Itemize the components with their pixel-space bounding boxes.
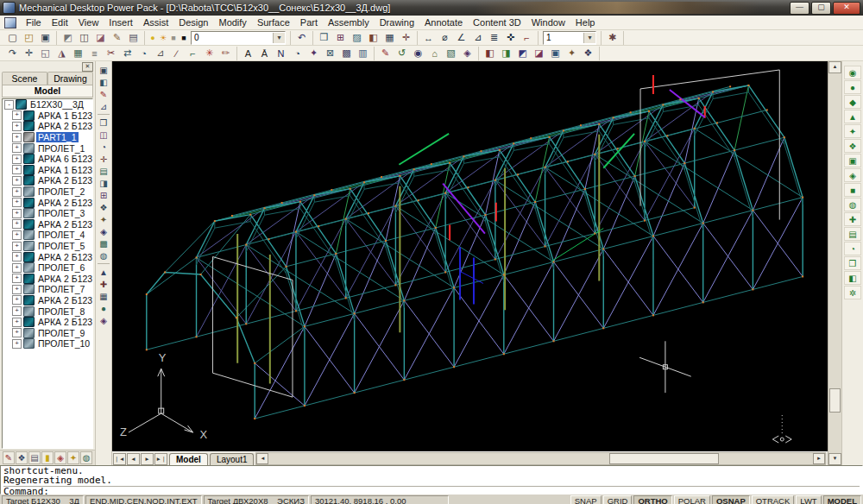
join-icon[interactable]: ⌐ (185, 46, 201, 60)
profile-dim-icon[interactable]: ⊿ (97, 100, 110, 112)
expand-box-icon[interactable]: + (12, 219, 22, 229)
holes-icon[interactable]: ▲ (844, 110, 861, 123)
spell-icon[interactable]: N (273, 46, 289, 60)
mass-props-icon[interactable]: ▲ (97, 266, 110, 278)
loft-icon[interactable]: ◪ (531, 46, 547, 60)
tree-item-14[interactable]: +ПРОЛЕТ_6 (3, 262, 92, 274)
tree-root[interactable]: -Б12X30__3Д (3, 99, 92, 110)
tree-item-5[interactable]: +АРКА 1 Б1230_2 (3, 165, 92, 176)
shell-icon[interactable]: ▣ (547, 46, 564, 60)
vertical-scroll-thumb[interactable] (829, 388, 841, 413)
sketch-icon[interactable]: ✎ (377, 46, 394, 60)
tree-item-2[interactable]: +PART1_1 (3, 132, 92, 143)
dim-angular-icon[interactable]: ∠ (453, 30, 469, 45)
new-file-icon[interactable]: ▢ (4, 30, 21, 45)
browser-close-icon[interactable]: ✕ (82, 62, 93, 72)
menu-item-surface[interactable]: Surface (252, 16, 295, 28)
dim-center-icon[interactable]: ✜ (502, 30, 519, 45)
work-point-icon[interactable]: ▩ (97, 237, 110, 249)
expand-box-icon[interactable]: + (12, 165, 22, 174)
belts-icon[interactable]: ■ (844, 183, 861, 197)
tree-item-13[interactable]: +АРКА 2 Б1230_6 (3, 251, 92, 262)
expand-box-icon[interactable]: + (12, 295, 22, 305)
hole-icon[interactable]: ✛ (97, 153, 110, 165)
table-driven-icon[interactable]: ▦ (97, 290, 110, 302)
screw-connection-icon[interactable]: ◆ (844, 95, 861, 109)
menu-item-help[interactable]: Help (570, 16, 601, 28)
springs-icon[interactable]: ▣ (844, 154, 861, 167)
combine-icon[interactable]: ✦ (564, 46, 580, 60)
copy-icon[interactable]: ◫ (76, 30, 92, 45)
menu-item-annotate[interactable]: Annotate (419, 16, 468, 28)
zoom-realtime-icon[interactable]: ◔ (289, 46, 306, 60)
tab-nav-first-icon[interactable]: ❘◄ (113, 453, 126, 465)
expand-box-icon[interactable]: + (12, 328, 22, 337)
tab-model[interactable]: Model (2, 85, 93, 98)
tree-item-20[interactable]: +ПРОЛЕТ_9 (3, 327, 92, 338)
paste-icon[interactable]: ◪ (92, 30, 109, 45)
dimension-2d-icon[interactable]: ◈ (459, 46, 476, 60)
expand-box-icon[interactable]: + (12, 318, 22, 327)
tree-item-0[interactable]: +АРКА 1 Б1230_1 (3, 110, 92, 122)
revolve-icon[interactable]: ◨ (498, 46, 514, 60)
expand-box-icon[interactable]: + (12, 274, 22, 283)
menu-item-view[interactable]: View (73, 16, 104, 28)
expand-box-icon[interactable]: + (12, 133, 22, 142)
zoom-window-icon[interactable]: ✦ (306, 46, 322, 60)
minimize-button[interactable]: — (790, 2, 809, 15)
drawing-viewport[interactable]: XYZ (112, 61, 828, 451)
dim-chamfer-icon[interactable]: ⊿ (469, 30, 486, 45)
tab-nav-next-icon[interactable]: ► (141, 453, 154, 465)
fea-icon[interactable]: ❖ (844, 139, 861, 153)
collapse-box-icon[interactable]: - (4, 100, 14, 110)
expand-box-icon[interactable]: + (12, 306, 22, 316)
save-icon[interactable]: ▣ (37, 30, 54, 45)
expand-box-icon[interactable]: + (12, 198, 22, 207)
expand-box-icon[interactable]: + (12, 154, 22, 164)
update-icon[interactable]: ◈ (54, 451, 66, 464)
highlight-icon[interactable]: ✦ (67, 451, 79, 464)
menu-item-drawing[interactable]: Drawing (375, 16, 419, 28)
constrain-icon[interactable]: ◉ (410, 46, 426, 60)
copy-feature-icon[interactable]: ◫ (97, 129, 110, 141)
tree-item-16[interactable]: +ПРОЛЕТ_7 (3, 284, 92, 295)
horizontal-scroll-thumb[interactable] (609, 453, 719, 464)
layer-combo[interactable]: 0▾ (191, 31, 286, 45)
toggle-grid[interactable]: GRID (603, 495, 633, 504)
tab-layout1[interactable]: Layout1 (210, 453, 255, 465)
expand-box-icon[interactable]: + (12, 339, 22, 349)
tree-item-8[interactable]: +АРКА 2 Б1230_3 (3, 197, 92, 208)
tree-item-1[interactable]: +АРКА 2 Б1230_1 (3, 121, 92, 132)
edit-icon[interactable]: ✎ (3, 451, 15, 464)
scroll-left-icon[interactable]: ◄ (256, 453, 268, 464)
split-icon[interactable]: ❖ (97, 201, 110, 213)
chains-icon[interactable]: ◈ (844, 168, 861, 182)
tab-nav-prev-icon[interactable]: ◄ (127, 453, 140, 465)
library-icon[interactable]: ◔ (844, 242, 861, 255)
menu-item-edit[interactable]: Edit (47, 16, 73, 28)
render-icon[interactable]: ◩ (60, 30, 76, 45)
scroll-up-icon[interactable]: ▲ (828, 61, 841, 73)
clipboard-icon[interactable]: ▤ (28, 451, 41, 464)
layer-lock-icon[interactable]: ■ (168, 32, 179, 43)
expand-box-icon[interactable]: + (12, 285, 22, 294)
tree-item-4[interactable]: +АРКА 6 Б1230_1 (3, 154, 92, 165)
tab-nav-last-icon[interactable]: ►❘ (154, 453, 167, 465)
erase-icon[interactable]: ✏ (217, 46, 234, 60)
balloon-icon[interactable]: ▤ (844, 227, 861, 241)
mirror-icon[interactable]: ◮ (54, 46, 70, 60)
menu-item-assist[interactable]: Assist (138, 16, 173, 28)
toggle-snap[interactable]: SNAP (570, 495, 602, 504)
text-icon[interactable]: A (240, 46, 256, 60)
update-part-icon[interactable]: ◍ (97, 249, 110, 261)
extrude-icon[interactable]: ◧ (482, 46, 498, 60)
new-part-icon[interactable]: ▣ (97, 64, 110, 76)
desktop-visibility-icon[interactable]: ◍ (80, 451, 92, 464)
tab-drawing[interactable]: Drawing (47, 72, 93, 85)
expand-box-icon[interactable]: + (12, 252, 22, 261)
delete-icon[interactable]: ▮ (41, 451, 54, 464)
close-button[interactable]: ✕ (833, 2, 860, 15)
toggle-osnap[interactable]: OSNAP (712, 495, 750, 504)
chevron-down-icon[interactable]: ▾ (583, 33, 595, 43)
expand-box-icon[interactable]: + (12, 110, 22, 120)
